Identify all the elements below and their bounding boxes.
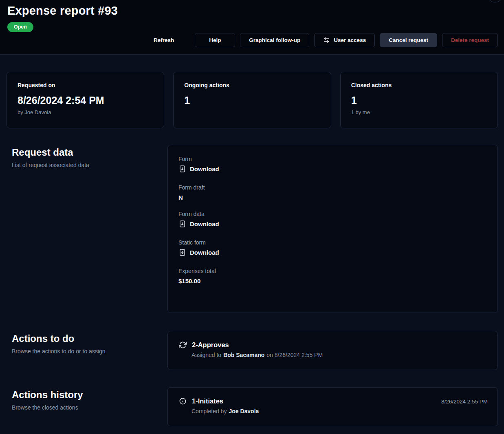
field-form-draft-label: Form draft: [178, 184, 487, 191]
field-form-label: Form: [178, 156, 487, 162]
swap-arrows-icon: [323, 37, 330, 44]
form-download-label: Download: [190, 165, 219, 172]
completed-by-name: Joe Davola: [229, 408, 259, 414]
requested-on-value: 8/26/2024 2:54 PM: [18, 95, 153, 106]
actions-todo-section: Actions to do Browse the actions to do o…: [0, 331, 504, 370]
request-data-panel: Form Download Form draft N Form data: [167, 145, 498, 313]
actions-todo-subtitle: Browse the actions to do or to assign: [12, 348, 167, 355]
circle-dot-icon: [179, 397, 187, 405]
sync-icon: [179, 341, 187, 349]
form-data-download-link[interactable]: Download: [178, 220, 219, 228]
page-header: Expense report #93 Open Refresh Help Gra…: [0, 0, 504, 55]
todo-action-title[interactable]: 2-Approves: [192, 341, 229, 349]
requested-on-label: Requested on: [18, 82, 153, 88]
form-download-link[interactable]: Download: [178, 165, 219, 173]
assigned-on-text: on 8/26/2024 2:55 PM: [266, 352, 323, 358]
field-static-form-label: Static form: [178, 239, 487, 246]
request-data-title: Request data: [12, 147, 167, 158]
file-download-icon: [178, 249, 186, 256]
delete-request-button[interactable]: Delete request: [442, 33, 498, 47]
static-form-download-label: Download: [190, 249, 219, 256]
assignee-name: Bob Sacamano: [223, 352, 264, 358]
actions-todo-panel: 2-Approves Assigned to Bob Sacamano on 8…: [167, 331, 498, 370]
requested-on-card: Requested on 8/26/2024 2:54 PM by Joe Da…: [7, 72, 164, 128]
file-download-icon: [178, 165, 186, 173]
field-expenses-total-label: Expenses total: [178, 268, 487, 274]
todo-action-detail: Assigned to Bob Sacamano on 8/26/2024 2:…: [179, 352, 488, 358]
todo-action-item[interactable]: 2-Approves: [179, 341, 488, 349]
closed-actions-label: Closed actions: [351, 82, 487, 88]
ongoing-actions-label: Ongoing actions: [184, 82, 320, 88]
closed-actions-card: Closed actions 1 1 by me: [340, 72, 498, 128]
field-form-draft-value: N: [178, 194, 487, 201]
actions-todo-header: Actions to do Browse the actions to do o…: [0, 331, 167, 370]
form-data-download-label: Download: [190, 220, 219, 227]
cancel-request-button[interactable]: Cancel request: [380, 33, 437, 47]
actions-history-header: Actions history Browse the closed action…: [0, 387, 167, 426]
field-form: Form Download: [178, 156, 487, 174]
ongoing-actions-count: 1: [184, 95, 320, 106]
request-data-header: Request data List of request associated …: [0, 145, 167, 313]
user-access-button[interactable]: User access: [314, 33, 375, 47]
graphical-followup-button[interactable]: Graphical follow-up: [240, 33, 309, 47]
static-form-download-link[interactable]: Download: [178, 249, 219, 256]
file-download-icon: [178, 220, 186, 228]
actions-history-panel: 1-Initiates Completed by Joe Davola 8/26…: [167, 387, 498, 426]
closed-actions-sub: 1 by me: [351, 109, 487, 115]
history-action-timestamp: 8/26/2024 2:55 PM: [441, 399, 488, 405]
history-action-title[interactable]: 1-Initiates: [192, 397, 223, 405]
user-access-label: User access: [334, 37, 366, 43]
field-expenses-total-value: $150.00: [178, 278, 487, 284]
field-expenses-total: Expenses total $150.00: [178, 268, 487, 284]
field-static-form: Static form Download: [178, 239, 487, 258]
toolbar: Refresh Help Graphical follow-up User ac…: [148, 33, 498, 47]
field-form-data-label: Form data: [178, 211, 487, 217]
actions-todo-title: Actions to do: [12, 333, 167, 344]
ongoing-actions-card: Ongoing actions 1: [173, 72, 331, 128]
history-action-detail: Completed by Joe Davola: [179, 408, 488, 414]
requested-on-by: by Joe Davola: [18, 109, 153, 115]
field-form-draft: Form draft N: [178, 184, 487, 201]
page-title: Expense report #93: [7, 4, 498, 18]
actions-history-section: Actions history Browse the closed action…: [0, 387, 504, 426]
request-data-subtitle: List of request associated data: [12, 162, 167, 168]
assigned-to-text: Assigned to: [191, 352, 221, 358]
actions-history-title: Actions history: [12, 389, 167, 401]
status-badge: Open: [7, 22, 33, 32]
closed-actions-count: 1: [351, 95, 487, 106]
completed-by-text: Completed by: [191, 408, 227, 414]
stats-row: Requested on 8/26/2024 2:54 PM by Joe Da…: [7, 72, 498, 128]
request-data-section: Request data List of request associated …: [0, 145, 504, 313]
corner-circle-button[interactable]: [487, 0, 503, 2]
refresh-button[interactable]: Refresh: [148, 33, 179, 47]
help-button[interactable]: Help: [195, 33, 235, 47]
actions-history-subtitle: Browse the closed actions: [12, 404, 167, 411]
field-form-data: Form data Download: [178, 211, 487, 229]
